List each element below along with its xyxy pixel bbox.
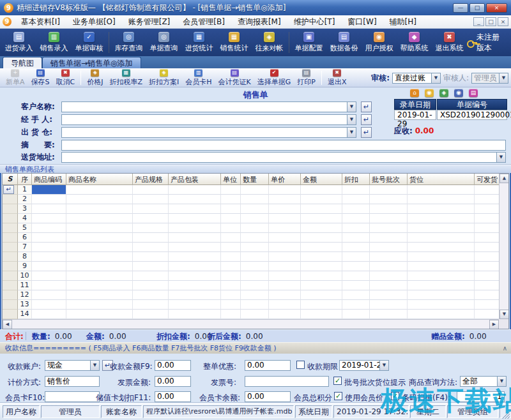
chevron-down-icon[interactable]: ▼ <box>497 377 506 386</box>
grid-cell[interactable] <box>169 252 221 262</box>
query-method-select[interactable]: 全部▼ <box>460 376 507 387</box>
grid-cell[interactable] <box>32 271 66 281</box>
grid-cell[interactable] <box>269 223 301 233</box>
grid-cell[interactable] <box>169 223 221 233</box>
grid-cell[interactable] <box>221 252 241 262</box>
grid-cell[interactable] <box>269 185 301 195</box>
operator-icon[interactable]: ◉ <box>454 89 463 97</box>
grid-cell[interactable] <box>241 204 269 214</box>
grid-cell[interactable] <box>370 262 408 271</box>
grid-cell[interactable] <box>408 185 475 195</box>
grid-cell[interactable] <box>269 290 301 300</box>
toolbar-sales-entry-button[interactable]: ▥销售录入 <box>36 29 72 56</box>
grid-cell[interactable] <box>301 185 342 195</box>
grid-cell[interactable] <box>342 310 370 319</box>
grid-cell[interactable] <box>408 204 475 214</box>
column-header-3[interactable]: 产品规格 <box>133 174 169 185</box>
grid-cell[interactable] <box>32 243 66 252</box>
invoice-no-input[interactable] <box>245 376 329 387</box>
grid-cell[interactable] <box>169 204 221 214</box>
grid-cell[interactable] <box>475 290 500 300</box>
delivery-address-select[interactable]: ▼ <box>61 152 506 163</box>
formbar-exit-button[interactable]: ✖退出X <box>324 69 350 87</box>
toolbar-user-authorize-button[interactable]: ◉用户授权 <box>362 29 397 56</box>
grid-cell[interactable] <box>342 233 370 243</box>
grid-cell[interactable] <box>241 262 269 271</box>
grid-cell[interactable] <box>370 214 408 223</box>
home-icon[interactable]: ⌂ <box>410 89 419 97</box>
toolbar-sales-stats-button[interactable]: ▦销售统计 <box>217 29 252 56</box>
grid-cell[interactable] <box>241 223 269 233</box>
grid-cell[interactable] <box>475 262 500 271</box>
chevron-down-icon[interactable]: ▼ <box>431 73 440 83</box>
grid-cell[interactable] <box>66 223 133 233</box>
grid-cell[interactable] <box>301 252 342 262</box>
grid-cell[interactable] <box>370 243 408 252</box>
close-button[interactable]: × <box>486 3 507 13</box>
deadline-date-select[interactable]: 2019-01-29▼ <box>339 360 389 371</box>
member-card-input[interactable] <box>45 391 100 402</box>
grid-cell[interactable] <box>241 290 269 300</box>
grid-cell[interactable] <box>475 271 500 281</box>
grid-cell[interactable] <box>269 262 301 271</box>
vertical-scrollbar[interactable]: ▲ ▼ <box>499 174 508 319</box>
column-header-11[interactable]: 货位 <box>408 174 475 185</box>
grid-cell[interactable] <box>269 271 301 281</box>
grid-cell[interactable] <box>370 281 408 290</box>
manual-icon[interactable]: ▤ <box>469 89 478 97</box>
grid-cell[interactable] <box>221 223 241 233</box>
grid-cell[interactable] <box>475 185 500 195</box>
column-header-2[interactable]: 商品名称 <box>66 174 133 185</box>
chevron-down-icon[interactable]: ▼ <box>347 115 356 124</box>
grid-cell[interactable] <box>342 185 370 195</box>
column-header-7[interactable]: 单价 <box>269 174 301 185</box>
grid-cell[interactable] <box>133 214 169 223</box>
grid-cell[interactable] <box>301 204 342 214</box>
column-header-4[interactable]: 产品包装 <box>169 174 221 185</box>
menu-item-6[interactable]: 窗口[W] <box>341 15 383 29</box>
grid-cell[interactable] <box>301 310 342 319</box>
grid-cell[interactable] <box>133 300 169 310</box>
grid-cell[interactable] <box>370 223 408 233</box>
grid-cell[interactable] <box>32 195 66 204</box>
grid-cell[interactable] <box>221 300 241 310</box>
account-select[interactable]: 现金▼ <box>45 360 100 371</box>
grid-cell[interactable] <box>32 290 66 300</box>
scroll-up-icon[interactable]: ▲ <box>500 174 509 183</box>
barcode-input[interactable]: 1 <box>457 391 505 402</box>
grid-cell[interactable] <box>221 233 241 243</box>
grid-cell[interactable] <box>221 290 241 300</box>
horizontal-scrollbar[interactable]: ◀ ▶ <box>3 319 499 329</box>
grid-cell[interactable] <box>169 195 221 204</box>
grid-cell[interactable] <box>408 195 475 204</box>
grid-cell[interactable] <box>32 185 66 195</box>
grid-cell[interactable] <box>475 214 500 223</box>
grid-cell[interactable] <box>370 300 408 310</box>
grid-cell[interactable] <box>241 195 269 204</box>
grid-cell[interactable] <box>342 290 370 300</box>
stored-card-input[interactable]: 0.00 <box>155 391 191 402</box>
grid-cell[interactable] <box>133 252 169 262</box>
grid-cell[interactable] <box>66 290 133 300</box>
grid-cell[interactable] <box>269 300 301 310</box>
formbar-price-button[interactable]: ◈价格J <box>84 69 106 87</box>
grid-cell[interactable] <box>269 243 301 252</box>
member-price-checkbox[interactable] <box>334 392 342 400</box>
grid-cell[interactable] <box>32 252 66 262</box>
grid-cell[interactable] <box>342 214 370 223</box>
toolbar-data-backup-button[interactable]: ▤数据备份 <box>326 29 362 56</box>
grid-cell[interactable] <box>66 271 133 281</box>
column-header-12[interactable]: 可发货 <box>475 174 500 185</box>
grid-cell[interactable] <box>32 300 66 310</box>
invoice-amount-input[interactable]: 0.00 <box>155 376 191 387</box>
grid-cell[interactable] <box>269 281 301 290</box>
grid-cell[interactable] <box>475 195 500 204</box>
grid-cell[interactable] <box>408 252 475 262</box>
scroll-down-icon[interactable]: ▼ <box>500 310 509 319</box>
grid-cell[interactable] <box>66 214 133 223</box>
grid-cell[interactable] <box>475 223 500 233</box>
grid-cell[interactable] <box>408 243 475 252</box>
order-discount-input[interactable]: 0.00 <box>245 360 291 371</box>
grid-cell[interactable] <box>241 233 269 243</box>
grid-cell[interactable] <box>370 310 408 319</box>
